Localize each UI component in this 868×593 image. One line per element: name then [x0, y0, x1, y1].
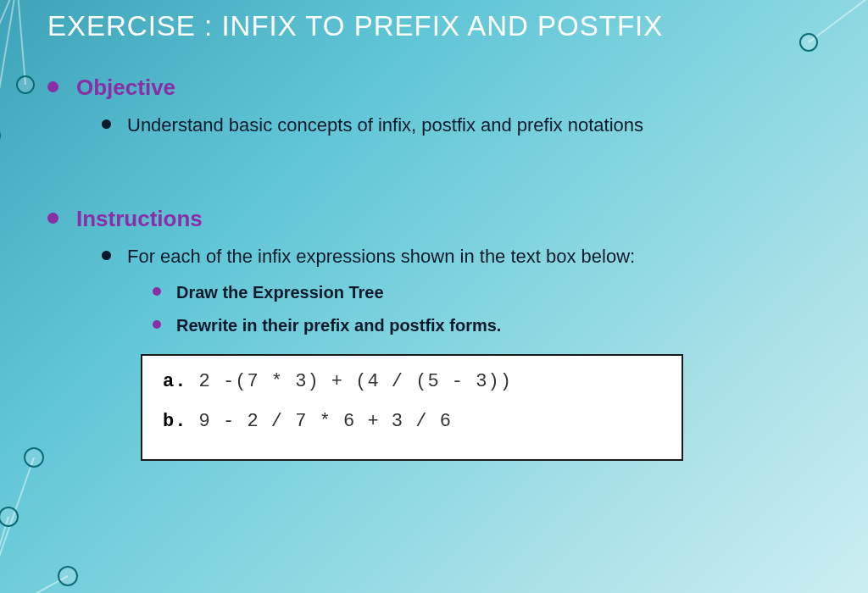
instructions-section: Instructions For each of the infix expre… [47, 206, 821, 335]
instructions-lead-text: For each of the infix expressions shown … [127, 246, 635, 267]
objective-heading: Objective [76, 75, 821, 101]
slide-title: EXERCISE : INFIX TO PREFIX AND POSTFIX [47, 10, 821, 42]
instructions-heading: Instructions [76, 206, 821, 232]
slide: EXERCISE : INFIX TO PREFIX AND POSTFIX O… [0, 0, 868, 593]
instructions-lead: For each of the infix expressions shown … [102, 246, 821, 335]
expression-box: a. 2 -(7 * 3) + (4 / (5 - 3)) b. 9 - 2 /… [141, 354, 683, 461]
task-rewrite: Rewrite in their prefix and postfix form… [153, 316, 821, 335]
objective-section: Objective Understand basic concepts of i… [47, 75, 821, 136]
expression-a: a. 2 -(7 * 3) + (4 / (5 - 3)) [163, 371, 661, 392]
expression-b: b. 9 - 2 / 7 * 6 + 3 / 6 [163, 411, 661, 432]
task-draw-tree: Draw the Expression Tree [153, 283, 821, 302]
bullet-list: Objective Understand basic concepts of i… [47, 75, 821, 335]
expr-b-label: b. [163, 411, 186, 432]
objective-point: Understand basic concepts of infix, post… [102, 114, 821, 136]
expr-a-text: 2 -(7 * 3) + (4 / (5 - 3)) [199, 371, 512, 392]
expr-a-label: a. [163, 371, 186, 392]
expr-b-text: 9 - 2 / 7 * 6 + 3 / 6 [199, 411, 452, 432]
